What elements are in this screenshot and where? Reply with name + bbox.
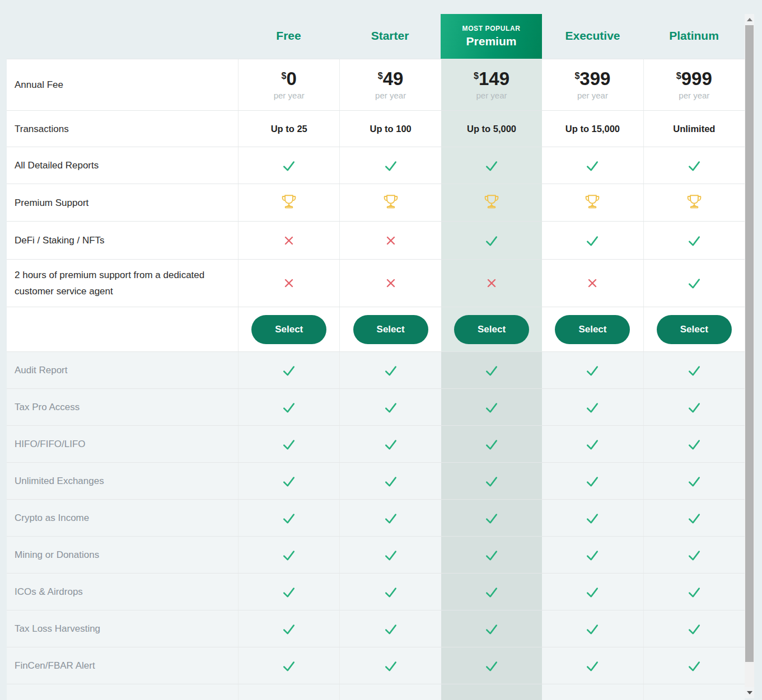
plan-cell-starter	[339, 352, 441, 388]
table-body: Annual Fee$0per year$49per year$149per y…	[7, 59, 745, 700]
table-row-transactions: TransactionsUp to 25Up to 100Up to 5,000…	[7, 110, 745, 147]
per-year-label: per year	[274, 91, 305, 100]
plan-cell-premium: Up to 5,000	[441, 111, 542, 147]
plan-cell-free	[238, 463, 339, 499]
plan-cell-free: Up to 25	[238, 111, 339, 147]
check-icon	[382, 547, 399, 563]
table-row-unlimited-exchanges: Unlimited Exchanges	[7, 462, 745, 499]
table-row-all-detailed-reports: All Detailed Reports	[7, 147, 745, 184]
row-label: DeFi / Staking / NFTs	[7, 222, 238, 259]
check-icon	[686, 275, 703, 292]
check-icon	[686, 399, 703, 416]
vertical-scrollbar[interactable]	[745, 14, 754, 698]
plan-header-starter: Starter	[339, 0, 441, 59]
plan-cell-free	[238, 222, 339, 259]
row-label: FinCen/FBAR Alert	[7, 647, 238, 684]
plan-cell-platinum	[643, 500, 745, 536]
table-row-annual-fee: Annual Fee$0per year$49per year$149per y…	[7, 59, 745, 110]
scroll-down-button[interactable]	[745, 687, 754, 698]
check-icon	[483, 547, 500, 563]
cross-icon	[384, 233, 398, 248]
plan-cell-starter	[339, 574, 441, 610]
plan-cell-starter	[339, 184, 441, 221]
plan-title: Platinum	[669, 17, 719, 43]
cross-icon	[585, 276, 600, 290]
plan-cell-free: $0per year	[238, 59, 339, 110]
most-popular-badge: MOST POPULAR	[462, 25, 521, 32]
plan-cell-starter: Select	[339, 307, 441, 351]
currency-symbol: $	[282, 71, 287, 81]
row-label: Premium Support	[7, 184, 238, 221]
plan-cell-executive	[542, 147, 643, 184]
select-button-platinum[interactable]: Select	[657, 315, 732, 344]
check-icon	[382, 157, 399, 174]
check-icon	[483, 473, 500, 490]
check-icon	[281, 157, 297, 174]
row-label: Mining or Donations	[7, 537, 238, 573]
plan-cell-starter	[339, 389, 441, 425]
plan-cell-premium	[441, 260, 542, 307]
select-button-free[interactable]: Select	[251, 315, 326, 344]
row-label: Crypto as Income	[7, 500, 238, 536]
plan-cell-executive	[542, 574, 643, 610]
check-icon	[382, 399, 399, 416]
plan-title: Premium	[466, 35, 517, 48]
check-icon	[483, 584, 500, 600]
check-icon	[281, 362, 297, 379]
plan-cell-starter	[339, 610, 441, 647]
check-icon	[281, 584, 297, 600]
plan-cell-starter	[339, 260, 441, 307]
price-amount: 399	[579, 69, 610, 88]
price: $49	[378, 69, 404, 88]
check-icon	[584, 436, 601, 453]
plan-cell-executive	[542, 260, 643, 307]
select-button-starter[interactable]: Select	[353, 315, 428, 344]
select-button-premium[interactable]: Select	[454, 315, 529, 344]
row-label: Annual Fee	[7, 59, 238, 110]
plan-cell-free	[238, 610, 339, 647]
check-icon	[483, 362, 500, 379]
plan-cell-platinum	[643, 260, 745, 307]
check-icon	[281, 621, 297, 637]
partial-row	[7, 684, 745, 700]
price: $999	[676, 69, 712, 88]
plan-cell-free	[238, 147, 339, 184]
check-icon	[281, 510, 297, 527]
plan-cell-platinum	[643, 222, 745, 259]
plan-cell-premium	[441, 610, 542, 647]
plan-cell-premium: $149per year	[441, 59, 542, 110]
check-icon	[281, 657, 297, 674]
check-icon	[686, 473, 703, 490]
check-icon	[483, 232, 500, 249]
check-icon	[281, 473, 297, 490]
check-icon	[483, 510, 500, 527]
plan-cell-free	[238, 500, 339, 536]
plan-cell-executive	[542, 184, 643, 221]
plan-value: Up to 100	[370, 124, 411, 134]
plan-cell-platinum	[643, 647, 745, 684]
check-icon	[281, 436, 297, 453]
plan-cell-executive	[542, 463, 643, 499]
price-amount: 0	[286, 69, 296, 88]
plan-cell-platinum	[643, 574, 745, 610]
scroll-up-button[interactable]	[745, 14, 754, 25]
scrollbar-thumb[interactable]	[745, 25, 754, 662]
plan-cell-executive: Up to 15,000	[542, 111, 643, 147]
per-year-label: per year	[375, 91, 406, 100]
table-row-crypto-as-income: Crypto as Income	[7, 499, 745, 536]
plan-title: Executive	[565, 17, 620, 43]
plan-cell-executive	[542, 426, 643, 462]
select-button-executive[interactable]: Select	[555, 315, 630, 344]
plan-cell-platinum	[643, 147, 745, 184]
plan-cell-free	[238, 684, 339, 700]
plan-cell-platinum	[643, 426, 745, 462]
check-icon	[382, 436, 399, 453]
plan-cell-premium	[441, 147, 542, 184]
plan-cell-platinum	[643, 684, 745, 700]
cross-icon	[484, 276, 499, 290]
plan-header-row: FreeStarterMOST POPULARPremiumExecutiveP…	[7, 0, 745, 59]
plan-cell-premium	[441, 647, 542, 684]
plan-cell-premium	[441, 684, 542, 700]
plan-cell-premium	[441, 500, 542, 536]
table-row-audit-report: Audit Report	[7, 351, 745, 388]
